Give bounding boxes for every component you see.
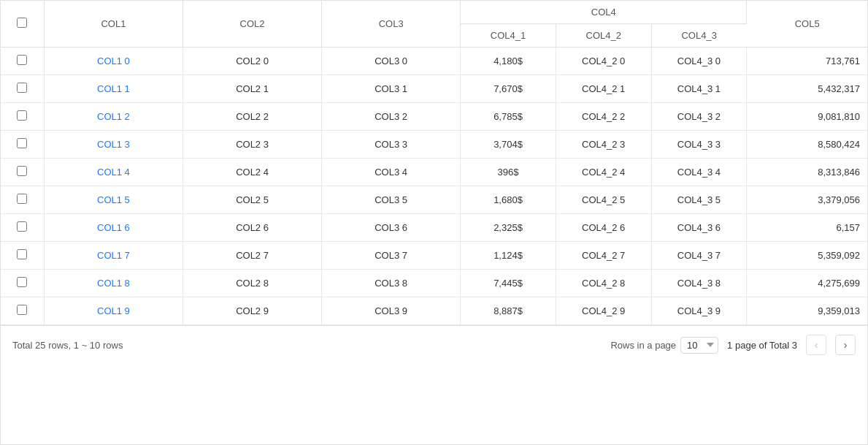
col1-link[interactable]: COL1 9	[97, 305, 130, 316]
pagination-next-button[interactable]: ›	[835, 335, 856, 355]
row-col4-3: COL4_3 8	[651, 270, 747, 297]
col1-link[interactable]: COL1 1	[97, 83, 130, 94]
row-checkbox[interactable]	[17, 110, 27, 121]
col1-link[interactable]: COL1 8	[97, 278, 130, 289]
col1-link[interactable]: COL1 2	[97, 111, 130, 122]
header-col1: COL1	[44, 1, 183, 47]
col1-link[interactable]: COL1 4	[97, 167, 130, 178]
col1-link[interactable]: COL1 3	[97, 139, 130, 150]
row-col3: COL3 8	[322, 270, 461, 297]
row-col1[interactable]: COL1 9	[44, 297, 183, 325]
rows-in-page-label: Rows in a page	[610, 340, 676, 351]
row-checkbox[interactable]	[17, 166, 27, 176]
header-row-top: COL1 COL2 COL3 COL4 COL5	[1, 1, 867, 24]
row-col2: COL2 7	[183, 242, 322, 270]
row-col4-2: COL4_2 8	[556, 270, 651, 297]
row-col4-1: 4,180$	[461, 47, 556, 75]
header-col4-3: COL4_3	[651, 24, 747, 47]
table-row: COL1 2COL2 2COL3 26,785$COL4_2 2COL4_3 2…	[1, 103, 867, 131]
table-row: COL1 3COL2 3COL3 33,704$COL4_2 3COL4_3 3…	[1, 131, 867, 159]
row-col2: COL2 5	[183, 186, 322, 214]
table-row: COL1 0COL2 0COL3 04,180$COL4_2 0COL4_3 0…	[1, 47, 867, 75]
row-col2: COL2 9	[183, 297, 322, 325]
row-checkbox[interactable]	[17, 83, 27, 93]
row-col4-2: COL4_2 1	[556, 75, 651, 103]
row-checkbox-cell	[1, 270, 44, 297]
row-checkbox[interactable]	[17, 55, 27, 65]
row-col3: COL3 5	[322, 186, 461, 214]
row-col4-1: 7,445$	[461, 270, 556, 297]
col1-link[interactable]: COL1 7	[97, 250, 130, 261]
header-col2: COL2	[183, 1, 322, 47]
row-col1[interactable]: COL1 8	[44, 270, 183, 297]
row-col5: 6,157	[747, 214, 867, 242]
row-col4-2: COL4_2 9	[556, 297, 651, 325]
row-col5: 5,359,092	[747, 242, 867, 270]
row-col1[interactable]: COL1 5	[44, 186, 183, 214]
row-col4-2: COL4_2 6	[556, 214, 651, 242]
rows-per-page-select[interactable]: 102050100	[680, 337, 718, 354]
header-col4-1: COL4_1	[461, 24, 556, 47]
row-col4-3: COL4_3 7	[651, 242, 747, 270]
row-col4-2: COL4_2 4	[556, 159, 651, 186]
row-col1[interactable]: COL1 0	[44, 47, 183, 75]
row-checkbox-cell	[1, 186, 44, 214]
row-col3: COL3 6	[322, 214, 461, 242]
row-col2: COL2 0	[183, 47, 322, 75]
row-col4-1: 2,325$	[461, 214, 556, 242]
row-col4-3: COL4_3 5	[651, 186, 747, 214]
row-col2: COL2 4	[183, 159, 322, 186]
header-col4-2: COL4_2	[556, 24, 651, 47]
row-col3: COL3 7	[322, 242, 461, 270]
row-checkbox[interactable]	[17, 277, 27, 287]
header-col4-group: COL4	[461, 1, 747, 24]
row-checkbox-cell	[1, 131, 44, 159]
row-col5: 3,379,056	[747, 186, 867, 214]
row-col1[interactable]: COL1 1	[44, 75, 183, 103]
row-checkbox[interactable]	[17, 305, 27, 315]
row-col4-1: 1,124$	[461, 242, 556, 270]
row-checkbox[interactable]	[17, 249, 27, 259]
row-col4-3: COL4_3 1	[651, 75, 747, 103]
row-col3: COL3 4	[322, 159, 461, 186]
col1-link[interactable]: COL1 5	[97, 194, 130, 205]
row-col4-2: COL4_2 0	[556, 47, 651, 75]
row-checkbox[interactable]	[17, 221, 27, 232]
row-checkbox-cell	[1, 75, 44, 103]
row-checkbox[interactable]	[17, 194, 27, 204]
row-col2: COL2 2	[183, 103, 322, 131]
row-col4-2: COL4_2 7	[556, 242, 651, 270]
row-col4-2: COL4_2 5	[556, 186, 651, 214]
row-checkbox-cell	[1, 103, 44, 131]
table-row: COL1 1COL2 1COL3 17,670$COL4_2 1COL4_3 1…	[1, 75, 867, 103]
row-col1[interactable]: COL1 3	[44, 131, 183, 159]
row-checkbox[interactable]	[17, 138, 27, 148]
row-col2: COL2 8	[183, 270, 322, 297]
row-col4-1: 3,704$	[461, 131, 556, 159]
row-checkbox-cell	[1, 159, 44, 186]
row-col4-3: COL4_3 0	[651, 47, 747, 75]
header-checkbox-cell	[1, 1, 44, 47]
row-col1[interactable]: COL1 2	[44, 103, 183, 131]
col1-link[interactable]: COL1 6	[97, 222, 130, 233]
row-col4-1: 1,680$	[461, 186, 556, 214]
header-col3: COL3	[322, 1, 461, 47]
row-col3: COL3 9	[322, 297, 461, 325]
row-col1[interactable]: COL1 7	[44, 242, 183, 270]
select-all-checkbox[interactable]	[17, 18, 27, 28]
data-table: COL1 COL2 COL3 COL4 COL5 COL4_1 COL4_2 C…	[1, 1, 867, 325]
col1-link[interactable]: COL1 0	[97, 56, 130, 66]
row-col3: COL3 1	[322, 75, 461, 103]
row-checkbox-cell	[1, 214, 44, 242]
row-col1[interactable]: COL1 4	[44, 159, 183, 186]
row-col1[interactable]: COL1 6	[44, 214, 183, 242]
row-col2: COL2 3	[183, 131, 322, 159]
row-col2: COL2 6	[183, 214, 322, 242]
table-footer: Total 25 rows, 1 ~ 10 rows Rows in a pag…	[1, 325, 867, 364]
row-col3: COL3 2	[322, 103, 461, 131]
pagination-prev-button[interactable]: ‹	[806, 335, 826, 355]
row-col5: 4,275,699	[747, 270, 867, 297]
row-col5: 8,313,846	[747, 159, 867, 186]
footer-right: Rows in a page 102050100 1 page of Total…	[610, 335, 856, 355]
row-col4-2: COL4_2 2	[556, 103, 651, 131]
